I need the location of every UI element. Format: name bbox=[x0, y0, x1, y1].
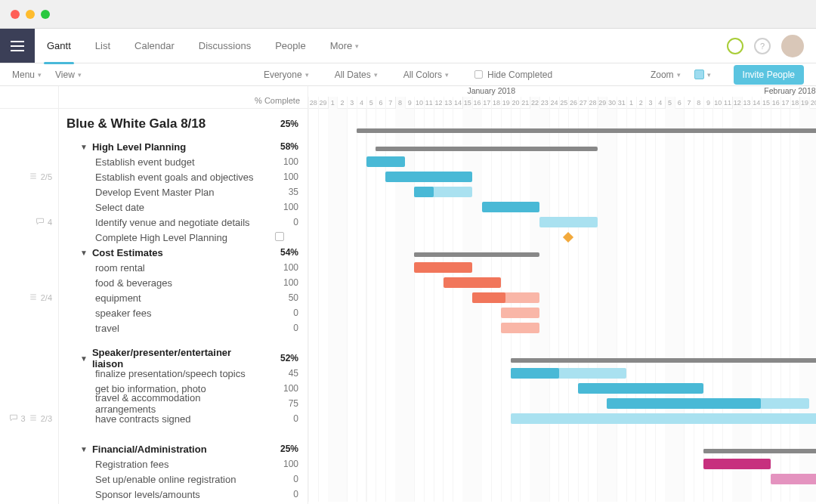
day-label: 4 bbox=[357, 97, 366, 109]
avatar[interactable] bbox=[781, 35, 804, 57]
task-name[interactable]: Select date bbox=[66, 202, 261, 213]
gantt-bar[interactable] bbox=[501, 308, 539, 318]
gantt-bar[interactable] bbox=[444, 277, 502, 288]
filter-colors-dropdown[interactable]: All Colors▾ bbox=[403, 70, 449, 80]
task-name[interactable]: equipment bbox=[66, 292, 261, 304]
pct-complete: 25% bbox=[261, 444, 308, 454]
task-name[interactable]: Registration fees bbox=[66, 459, 261, 470]
gantt-bar[interactable] bbox=[539, 217, 598, 227]
activity-icon[interactable] bbox=[727, 38, 743, 54]
gantt-bar[interactable] bbox=[703, 459, 771, 469]
task-name[interactable]: Sponsor levels/amounts bbox=[66, 489, 261, 500]
traffic-light-minimize-icon[interactable] bbox=[26, 10, 35, 19]
pct-complete: 100 bbox=[261, 156, 308, 167]
task-name[interactable]: Complete High Level Planning bbox=[66, 232, 261, 243]
pct-complete: 100 bbox=[261, 202, 308, 212]
comment-icon[interactable] bbox=[9, 413, 18, 424]
task-name[interactable]: finalize presentation/speech topics bbox=[66, 368, 261, 379]
task-name[interactable]: travel & accommodation arrangements bbox=[66, 392, 261, 415]
task-name[interactable]: Identify venue and negotiate details bbox=[66, 217, 261, 228]
row-gutter: 2/542/432/3 bbox=[0, 86, 59, 504]
checklist-icon[interactable] bbox=[29, 413, 38, 424]
tab-people[interactable]: People bbox=[263, 29, 317, 63]
gutter-row bbox=[0, 396, 58, 411]
tab-calendar[interactable]: Calendar bbox=[122, 29, 187, 63]
gantt-bar[interactable] bbox=[511, 413, 816, 424]
gantt-bar[interactable] bbox=[414, 252, 481, 257]
gantt-bar[interactable] bbox=[607, 398, 761, 409]
gantt-bar[interactable] bbox=[511, 368, 559, 379]
tab-list[interactable]: List bbox=[83, 29, 122, 63]
group-name[interactable]: ▼Cost Estimates bbox=[66, 247, 261, 258]
menu-dropdown[interactable]: Menu▾ bbox=[12, 70, 42, 80]
main-menu-button[interactable] bbox=[0, 29, 35, 63]
gantt-bar[interactable] bbox=[414, 187, 434, 197]
filter-everyone-dropdown[interactable]: Everyone▾ bbox=[264, 70, 309, 80]
chevron-down-icon: ▾ bbox=[305, 71, 309, 79]
pct-complete: 100 bbox=[261, 383, 308, 394]
day-label: 27 bbox=[578, 97, 588, 109]
gantt-bar[interactable] bbox=[357, 128, 482, 133]
pct-complete: 52% bbox=[261, 353, 308, 363]
traffic-light-zoom-icon[interactable] bbox=[41, 10, 50, 19]
view-dropdown[interactable]: View▾ bbox=[55, 70, 82, 80]
task-name[interactable]: food & beverages bbox=[66, 277, 261, 289]
tab-discussions[interactable]: Discussions bbox=[187, 29, 263, 63]
day-label: 11 bbox=[722, 97, 732, 109]
checklist-icon[interactable] bbox=[29, 172, 38, 182]
checklist-icon[interactable] bbox=[29, 292, 38, 303]
group-name[interactable]: ▼Speaker/presenter/entertainer liaison bbox=[66, 347, 261, 369]
pct-complete: 100 bbox=[261, 172, 308, 182]
gantt-chart[interactable]: January 2018February 2018 28291234567891… bbox=[308, 86, 816, 504]
gutter-row bbox=[0, 245, 58, 260]
hide-completed-toggle[interactable]: Hide Completed bbox=[474, 70, 552, 80]
day-label: 13 bbox=[742, 97, 752, 109]
group-name[interactable]: ▼Financial/Administration bbox=[66, 444, 261, 455]
day-label: 17 bbox=[780, 97, 790, 109]
gantt-bar[interactable] bbox=[511, 358, 685, 363]
caret-down-icon: ▼ bbox=[80, 445, 88, 453]
gantt-bar[interactable] bbox=[366, 156, 405, 167]
top-nav: GanttListCalendarDiscussionsPeopleMore▾ … bbox=[0, 29, 816, 63]
gantt-bar[interactable] bbox=[703, 449, 742, 453]
day-label: 7 bbox=[385, 97, 395, 109]
gutter-row bbox=[0, 184, 58, 199]
gantt-bar[interactable] bbox=[376, 147, 511, 151]
help-icon[interactable]: ? bbox=[754, 38, 771, 54]
day-label: 2 bbox=[636, 97, 646, 109]
gutter-row bbox=[0, 154, 58, 169]
task-name[interactable]: Set up/enable online registration bbox=[66, 474, 261, 485]
task-name[interactable]: Establish event budget bbox=[66, 156, 261, 168]
traffic-light-close-icon[interactable] bbox=[11, 10, 20, 19]
gantt-bar[interactable] bbox=[501, 323, 539, 333]
zoom-dropdown[interactable]: Zoom▾ bbox=[651, 70, 681, 80]
task-name[interactable]: room rental bbox=[66, 262, 261, 274]
gantt-bar[interactable] bbox=[472, 292, 506, 303]
task-name[interactable]: have contracts signed bbox=[66, 413, 261, 425]
gutter-row bbox=[0, 260, 58, 275]
gantt-bar[interactable] bbox=[414, 262, 472, 273]
task-name[interactable]: Establish event goals and objectives bbox=[66, 172, 261, 183]
gantt-bar[interactable] bbox=[385, 172, 472, 182]
pct-complete: 100 bbox=[261, 277, 308, 288]
pct-complete: 54% bbox=[261, 247, 308, 258]
gutter-row bbox=[0, 275, 58, 290]
gantt-bar[interactable] bbox=[578, 383, 703, 394]
day-label: 5 bbox=[665, 97, 675, 109]
task-name[interactable]: travel bbox=[66, 323, 261, 334]
zoom-scale-dropdown[interactable]: ▾ bbox=[694, 70, 711, 79]
gantt-bar[interactable] bbox=[482, 202, 540, 212]
milestone-diamond[interactable] bbox=[563, 232, 573, 243]
comment-icon[interactable] bbox=[36, 217, 45, 227]
tab-more[interactable]: More▾ bbox=[318, 29, 372, 63]
group-name[interactable]: ▼High Level Planning bbox=[66, 141, 261, 153]
milestone-checkbox[interactable] bbox=[275, 232, 284, 241]
tab-gantt[interactable]: Gantt bbox=[35, 29, 83, 63]
pct-complete: 0 bbox=[261, 489, 308, 499]
gantt-bar[interactable] bbox=[771, 474, 816, 484]
invite-people-button[interactable]: Invite People bbox=[734, 65, 804, 85]
task-name[interactable]: speaker fees bbox=[66, 308, 261, 319]
chevron-down-icon: ▾ bbox=[355, 42, 359, 50]
task-name[interactable]: Develop Event Master Plan bbox=[66, 187, 261, 198]
filter-dates-dropdown[interactable]: All Dates▾ bbox=[335, 70, 378, 80]
